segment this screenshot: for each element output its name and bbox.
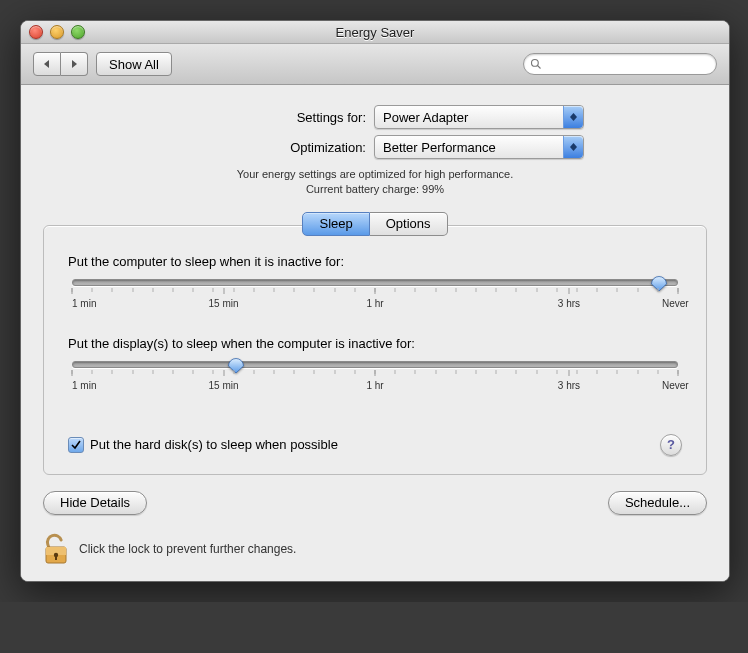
lock-text: Click the lock to prevent further change… [79,542,296,556]
energy-saver-window: Energy Saver Show All Settings for: Powe… [20,20,730,582]
optimization-value: Better Performance [383,140,496,155]
toolbar: Show All [21,44,729,85]
display-sleep-tick-labels: 1 min15 min1 hr3 hrsNever [72,380,678,394]
computer-sleep-ticks [72,288,678,296]
sleep-panel: Put the computer to sleep when it is ina… [43,225,707,475]
computer-sleep-block: Put the computer to sleep when it is ina… [68,254,682,312]
minimize-button[interactable] [50,25,64,39]
content: Settings for: Power Adapter Optimization… [21,85,729,581]
tick-label: 3 hrs [558,298,580,309]
tick-label: 15 min [208,380,238,391]
chevron-right-icon [70,60,78,68]
back-button[interactable] [33,52,61,76]
show-all-button[interactable]: Show All [96,52,172,76]
checkmark-icon [70,439,82,451]
hide-details-button[interactable]: Hide Details [43,491,147,515]
display-sleep-ticks [72,370,678,378]
settings-for-value: Power Adapter [383,110,468,125]
search-field[interactable] [523,53,717,75]
tick-label: 1 hr [366,298,383,309]
search-icon [530,58,542,70]
computer-sleep-slider[interactable] [72,279,678,286]
svg-rect-5 [55,555,57,560]
zoom-button[interactable] [71,25,85,39]
tick-label: 15 min [208,298,238,309]
settings-for-label: Settings for: [166,110,366,125]
nav-group [33,52,88,76]
tab-options[interactable]: Options [370,212,448,236]
tick-label: 1 min [72,380,96,391]
optimization-select[interactable]: Better Performance [374,135,584,159]
window-controls [29,25,85,39]
display-sleep-slider[interactable] [72,361,678,368]
status-line-1: Your energy settings are optimized for h… [43,167,707,182]
tab-container: Sleep Options Put the computer to sleep … [43,212,707,475]
display-sleep-label: Put the display(s) to sleep when the com… [68,336,682,351]
display-sleep-block: Put the display(s) to sleep when the com… [68,336,682,394]
hard-disk-row: Put the hard disk(s) to sleep when possi… [68,434,682,456]
lock-icon[interactable] [43,533,69,565]
tick-label: Never [662,298,689,309]
svg-line-1 [538,66,541,69]
lock-row: Click the lock to prevent further change… [43,533,707,565]
settings-for-select[interactable]: Power Adapter [374,105,584,129]
close-button[interactable] [29,25,43,39]
config-rows: Settings for: Power Adapter Optimization… [43,105,707,159]
computer-sleep-tick-labels: 1 min15 min1 hr3 hrsNever [72,298,678,312]
question-icon: ? [667,437,675,452]
tick-label: Never [662,380,689,391]
hard-disk-checkbox[interactable] [68,437,84,453]
tick-label: 1 hr [366,380,383,391]
hard-disk-label: Put the hard disk(s) to sleep when possi… [90,437,338,452]
status-line-2: Current battery charge: 99% [43,182,707,197]
tab-sleep[interactable]: Sleep [302,212,369,236]
chevron-left-icon [43,60,51,68]
tab-bar: Sleep Options [43,212,707,236]
window-title: Energy Saver [21,25,729,40]
status-text: Your energy settings are optimized for h… [43,167,707,198]
bottom-buttons: Hide Details Schedule... [43,491,707,515]
forward-button[interactable] [61,52,88,76]
computer-sleep-label: Put the computer to sleep when it is ina… [68,254,682,269]
dropdown-arrows-icon [563,106,583,128]
tick-label: 3 hrs [558,380,580,391]
dropdown-arrows-icon [563,136,583,158]
optimization-label: Optimization: [166,140,366,155]
tick-label: 1 min [72,298,96,309]
help-button[interactable]: ? [660,434,682,456]
titlebar: Energy Saver [21,21,729,44]
search-input[interactable] [546,56,710,72]
schedule-button[interactable]: Schedule... [608,491,707,515]
svg-point-0 [532,60,539,67]
